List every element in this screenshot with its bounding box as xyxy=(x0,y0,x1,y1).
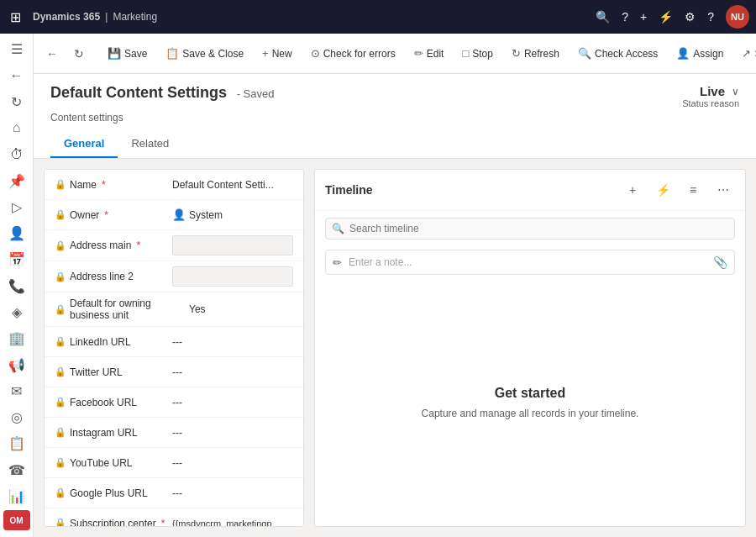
field-owner: 🔒 Owner * 👤 System xyxy=(45,200,303,230)
status-label: Live xyxy=(700,84,725,98)
linkedin-value[interactable]: --- xyxy=(172,336,293,348)
check-access-icon: 🔍 xyxy=(578,47,591,60)
main-content: ← ↻ 💾 Save 📋 Save & Close + New ⊙ Check … xyxy=(34,34,756,537)
facebook-value[interactable]: --- xyxy=(172,397,293,408)
search-icon[interactable]: 🔍 xyxy=(596,10,610,24)
sidebar-item-phone2[interactable]: ☎ xyxy=(2,458,32,482)
sidebar-item-docs[interactable]: 📋 xyxy=(2,431,32,455)
address-line2-value[interactable] xyxy=(172,266,293,287)
share-button[interactable]: ↗ Share xyxy=(733,42,756,65)
sidebar-item-contacts[interactable]: 👤 xyxy=(2,221,32,245)
sidebar-item-menu[interactable]: ☰ xyxy=(2,37,32,61)
youtube-value[interactable]: --- xyxy=(172,457,293,469)
assign-button[interactable]: 👤 Assign xyxy=(668,42,732,65)
sidebar-item-calendar[interactable]: 📅 xyxy=(2,247,32,271)
lock-icon-tw: 🔒 xyxy=(55,366,66,377)
timeline-filter-icon[interactable]: ⚡ xyxy=(651,178,675,202)
form-title: Default Content Settings xyxy=(50,84,227,101)
timeline-add-icon[interactable]: + xyxy=(621,178,644,202)
lock-icon-addr2: 🔒 xyxy=(55,271,66,282)
tab-general[interactable]: General xyxy=(50,130,118,158)
default-owning-value[interactable]: Yes xyxy=(189,303,293,315)
sidebar-item-refresh[interactable]: ↻ xyxy=(2,90,32,114)
save-close-icon: 📋 xyxy=(165,47,179,60)
subscription-value[interactable]: {{msdyncrm_marketingp xyxy=(172,519,293,528)
form-panel: 🔒 Name * Default Content Setti... 🔒 Owne… xyxy=(44,169,304,527)
googleplus-value[interactable]: --- xyxy=(172,487,293,499)
save-button[interactable]: 💾 Save xyxy=(99,42,155,65)
field-googleplus: 🔒 Google Plus URL --- xyxy=(45,478,303,508)
stop-button[interactable]: □ Stop xyxy=(454,42,501,65)
field-default-owning: 🔒 Default for owning business unit Yes xyxy=(45,292,303,327)
sidebar-item-accounts[interactable]: 🏢 xyxy=(2,326,32,350)
assign-icon: 👤 xyxy=(676,47,690,60)
new-button[interactable]: + New xyxy=(254,42,301,65)
tab-related[interactable]: Related xyxy=(118,130,182,158)
timeline-more-icon[interactable]: ⋯ xyxy=(711,178,735,202)
sidebar-item-circle[interactable]: ◎ xyxy=(2,405,32,429)
save-icon: 💾 xyxy=(108,47,121,60)
timeline-panel: Timeline + ⚡ ≡ ⋯ 🔍 xyxy=(314,169,746,527)
top-navigation: ⊞ Dynamics 365 | Marketing 🔍 ? + ⚡ ⚙ ? N… xyxy=(0,0,756,34)
lock-icon-fb: 🔒 xyxy=(55,397,66,408)
sidebar-item-email[interactable]: ✉ xyxy=(2,379,32,403)
search-icon: 🔍 xyxy=(332,223,344,234)
paperclip-icon[interactable]: 📎 xyxy=(713,255,727,269)
refresh-button[interactable]: ↻ Refresh xyxy=(503,42,568,65)
sidebar-item-pinned[interactable]: 📌 xyxy=(2,168,32,192)
address-main-value[interactable] xyxy=(172,235,293,255)
filter-icon[interactable]: ⚡ xyxy=(659,10,673,24)
pencil-icon: ✏ xyxy=(333,256,342,269)
lock-icon-owner: 🔒 xyxy=(55,209,66,220)
check-access-button[interactable]: 🔍 Check Access xyxy=(570,42,666,65)
sidebar-item-recent[interactable]: ⏱ xyxy=(2,142,32,166)
field-subscription: 🔒 Subscription center * {{msdyncrm_marke… xyxy=(45,508,303,527)
instagram-value[interactable]: --- xyxy=(172,427,293,439)
help-icon[interactable]: ? xyxy=(707,10,714,24)
sidebar-item-phone[interactable]: 📞 xyxy=(2,274,32,298)
brand: Dynamics 365 | Marketing xyxy=(33,11,157,23)
form-title-group: Default Content Settings - Saved xyxy=(50,84,274,102)
question-icon[interactable]: ? xyxy=(622,10,628,24)
timeline-actions: + ⚡ ≡ ⋯ xyxy=(621,178,735,202)
person-icon: 👤 xyxy=(172,208,186,221)
sidebar-item-campaigns[interactable]: 📢 xyxy=(2,352,32,376)
check-errors-icon: ⊙ xyxy=(311,47,320,60)
timeline-note: ✏ Enter a note... 📎 xyxy=(325,250,735,275)
field-facebook: 🔒 Facebook URL --- xyxy=(45,387,303,418)
share-icon: ↗ xyxy=(742,47,751,60)
timeline-sort-icon[interactable]: ≡ xyxy=(681,178,705,202)
nav-controls: ← ↻ xyxy=(40,42,91,66)
forward-button[interactable]: ↻ xyxy=(67,42,91,66)
sidebar: ☰ ← ↻ ⌂ ⏱ 📌 ▷ 👤 📅 📞 ◈ 🏢 📢 ✉ ◎ 📋 ☎ 📊 OM xyxy=(0,34,34,537)
note-placeholder[interactable]: Enter a note... xyxy=(349,256,706,268)
sidebar-item-home[interactable]: ⌂ xyxy=(2,116,32,140)
field-twitter: 🔒 Twitter URL --- xyxy=(45,357,303,387)
sidebar-item-om[interactable]: OM xyxy=(3,510,30,530)
check-errors-button[interactable]: ⊙ Check for errors xyxy=(302,42,404,65)
avatar[interactable]: NU xyxy=(726,5,749,29)
gear-icon[interactable]: ⚙ xyxy=(685,10,696,24)
waffle-icon[interactable]: ⊞ xyxy=(7,6,24,29)
edit-button[interactable]: ✏ Edit xyxy=(406,42,453,65)
save-close-button[interactable]: 📋 Save & Close xyxy=(157,42,252,65)
owner-value[interactable]: 👤 System xyxy=(172,208,293,221)
form-area: Default Content Settings - Saved Live ∨ … xyxy=(34,74,756,537)
field-linkedin: 🔒 LinkedIn URL --- xyxy=(45,327,303,357)
lock-icon-sub: 🔒 xyxy=(55,518,66,527)
get-started-title: Get started xyxy=(495,386,565,401)
field-address-line2: 🔒 Address line 2 xyxy=(45,261,303,292)
timeline-search-input[interactable] xyxy=(325,218,735,240)
lock-icon-yt: 🔒 xyxy=(55,457,66,468)
sidebar-item-data[interactable]: 📊 xyxy=(2,484,32,508)
name-value[interactable]: Default Content Setti... xyxy=(172,179,293,191)
status-box[interactable]: Live ∨ Status reason xyxy=(682,84,739,108)
back-button[interactable]: ← xyxy=(40,42,64,66)
form-saved-status: - Saved xyxy=(237,87,275,100)
timeline-empty: Get started Capture and manage all recor… xyxy=(315,278,745,526)
add-icon[interactable]: + xyxy=(640,10,647,24)
sidebar-item-leads[interactable]: ◈ xyxy=(2,300,32,324)
sidebar-item-back[interactable]: ← xyxy=(2,63,32,87)
twitter-value[interactable]: --- xyxy=(172,366,293,378)
sidebar-item-play[interactable]: ▷ xyxy=(2,195,32,219)
